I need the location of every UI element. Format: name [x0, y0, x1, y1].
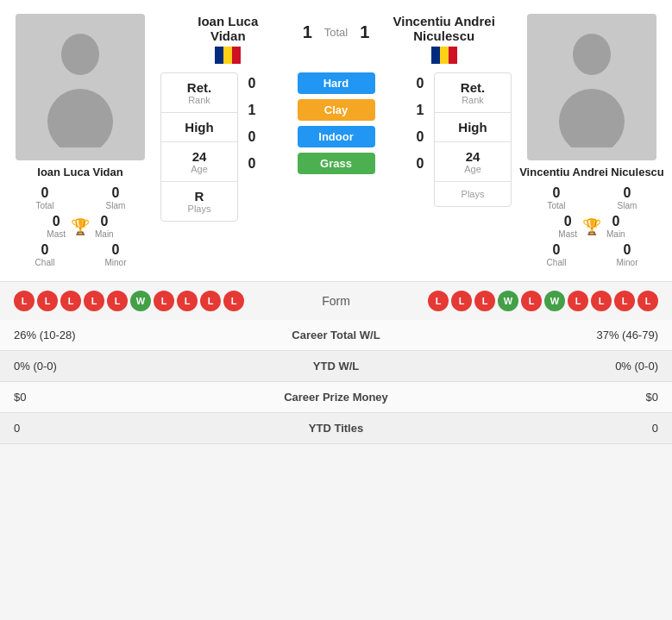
svg-rect-7 — [449, 47, 457, 64]
main-container: Ioan Luca Vidan 0 Total 0 Slam 0 Mast 🏆 — [0, 0, 672, 444]
center-right-name-line2: Niculescu — [376, 28, 512, 43]
center-left-name-block: Ioan Luca Vidan — [160, 14, 296, 67]
right-rank-lbl: Rank — [438, 95, 507, 105]
form-badge-left: L — [177, 291, 198, 311]
three-col-area: Ret. Rank High 24 Age R Plays — [160, 72, 512, 222]
svg-point-8 — [573, 34, 611, 75]
form-badge-right: L — [568, 291, 588, 311]
table-cell-right: 0 — [436, 413, 672, 444]
form-badge-right: L — [637, 291, 658, 311]
left-rank-row: Ret. Rank — [161, 73, 237, 113]
left-plays-val: R — [165, 189, 234, 204]
left-flag — [215, 47, 241, 64]
table-cell-label: Career Total W/L — [236, 320, 437, 351]
table-cell-right: 0% (0-0) — [436, 351, 672, 382]
right-stat-slam: 0 Slam — [596, 185, 658, 210]
svg-rect-5 — [431, 47, 440, 64]
total-label: Total — [324, 26, 348, 39]
table-row: 0YTD Titles0 — [0, 413, 672, 444]
left-age-row: 24 Age — [161, 142, 237, 182]
right-stat-mast: 0 Mast — [558, 214, 577, 239]
form-badge-right: L — [474, 291, 495, 311]
player-section: Ioan Luca Vidan 0 Total 0 Slam 0 Mast 🏆 — [0, 0, 672, 281]
center-names-row: Ioan Luca Vidan 1 Total 1 — [160, 14, 512, 67]
left-player-avatar — [16, 14, 145, 160]
right-high-row: High — [435, 113, 511, 142]
form-badge-left: L — [60, 291, 81, 311]
right-player-avatar — [527, 14, 656, 160]
form-badge-left: L — [37, 291, 58, 311]
right-plays-lbl: Plays — [438, 189, 507, 199]
indoor-left-count: 0 — [243, 129, 261, 145]
form-section: LLLLLWLLLL Form LLLWLWLLLL — [0, 281, 672, 320]
table-row: 26% (10-28)Career Total W/L37% (46-79) — [0, 320, 672, 351]
left-player-stats-2: 0 Chall 0 Minor — [7, 242, 154, 267]
left-player-name: Ioan Luca Vidan — [37, 166, 122, 178]
left-player-stats: 0 Total 0 Slam — [7, 185, 154, 210]
right-trophy-icon: 🏆 — [582, 217, 601, 236]
form-label: Form — [244, 294, 428, 308]
left-stat-total: 0 Total — [14, 185, 76, 210]
right-flag — [431, 47, 457, 64]
svg-point-9 — [559, 89, 625, 147]
left-stat-minor: 0 Minor — [85, 242, 147, 267]
right-stat-chall: 0 Chall — [525, 242, 587, 267]
svg-point-0 — [61, 34, 99, 75]
right-player-stats: 0 Total 0 Slam — [518, 185, 665, 210]
form-badge-right: W — [498, 291, 518, 311]
center-right-name-line1: Vincentiu Andrei — [376, 14, 512, 28]
left-rank-lbl: Rank — [165, 95, 234, 105]
left-rank-val: Ret. — [165, 80, 234, 95]
hard-right-count: 0 — [411, 76, 429, 91]
indoor-btn[interactable]: Indoor — [298, 126, 375, 147]
right-stat-main: 0 Main — [606, 214, 625, 239]
svg-rect-2 — [215, 47, 223, 64]
table-row: $0Career Prize Money$0 — [0, 382, 672, 413]
table-cell-left: 26% (10-28) — [0, 320, 236, 351]
left-high-row: High — [161, 113, 237, 142]
left-stat-mast: 0 Mast — [47, 214, 66, 239]
surfaces-col: 0 Hard 0 1 Clay 1 0 Indoor 0 — [243, 72, 429, 174]
indoor-right-count: 0 — [411, 129, 429, 145]
right-trophy-row: 0 Mast 🏆 0 Main — [558, 214, 625, 239]
form-badge-left: L — [14, 291, 35, 311]
hard-left-count: 0 — [243, 76, 261, 91]
svg-rect-4 — [232, 47, 241, 64]
right-stat-panel: Ret. Rank High 24 Age Plays — [434, 72, 512, 207]
center-total-block: 1 Total 1 — [296, 14, 377, 67]
surface-row-hard: 0 Hard 0 — [243, 72, 429, 94]
left-age-lbl: Age — [165, 164, 234, 174]
left-stat-chall: 0 Chall — [14, 242, 76, 267]
grass-btn[interactable]: Grass — [298, 153, 375, 174]
form-badge-left: L — [107, 291, 128, 311]
right-stat-total: 0 Total — [525, 185, 587, 210]
right-age-row: 24 Age — [435, 142, 511, 182]
right-player-stats-2: 0 Chall 0 Minor — [518, 242, 665, 267]
surface-row-clay: 1 Clay 1 — [243, 99, 429, 121]
right-player-name: Vincentiu Andrei Niculescu — [519, 166, 664, 178]
svg-point-1 — [47, 89, 113, 147]
hard-btn[interactable]: Hard — [298, 72, 375, 94]
form-badge-right: L — [614, 291, 635, 311]
form-badge-left: L — [154, 291, 174, 311]
center-left-name-line1: Ioan Luca — [160, 14, 296, 28]
left-plays-lbl: Plays — [165, 204, 234, 214]
center-panel: Ioan Luca Vidan 1 Total 1 — [154, 14, 518, 267]
form-badge-left: L — [84, 291, 104, 311]
left-plays-row: R Plays — [161, 182, 237, 221]
left-stat-slam: 0 Slam — [85, 185, 147, 210]
table-cell-label: YTD Titles — [236, 413, 437, 444]
form-badge-right: L — [428, 291, 449, 311]
clay-left-count: 1 — [243, 103, 261, 118]
right-age-val: 24 — [438, 149, 507, 164]
left-high-val: High — [165, 120, 234, 135]
left-form-badges: LLLLLWLLLL — [14, 291, 244, 311]
left-stat-main: 0 Main — [95, 214, 114, 239]
center-right-name-block: Vincentiu Andrei Niculescu — [376, 14, 512, 67]
clay-btn[interactable]: Clay — [298, 99, 375, 121]
form-badge-right: L — [521, 291, 542, 311]
right-player-card: Vincentiu Andrei Niculescu 0 Total 0 Sla… — [518, 14, 665, 267]
total-score-row: 1 Total 1 — [296, 22, 377, 42]
table-cell-left: 0 — [0, 413, 236, 444]
svg-rect-3 — [223, 47, 232, 64]
